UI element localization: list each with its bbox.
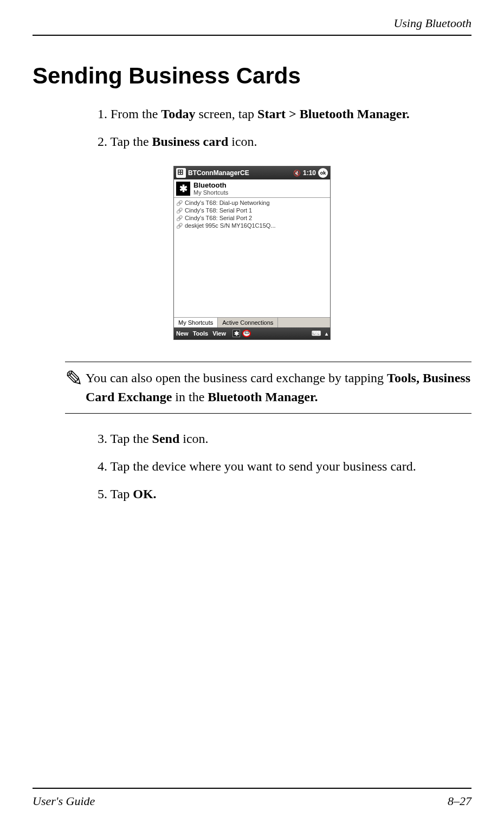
shortcut-list: Cindy's T68: Dial-up Networking Cindy's … <box>174 198 330 317</box>
step-number: 2. <box>98 134 107 149</box>
step-text: icon. <box>228 134 257 149</box>
shortcut-icon <box>176 207 183 214</box>
shortcut-label: Cindy's T68: Dial-up Networking <box>185 200 270 206</box>
step-text: Tap the device where you want to send yo… <box>111 459 416 473</box>
volume-icon[interactable] <box>293 169 301 177</box>
step-text: Tap the <box>111 432 152 446</box>
toolbar-icons: ✱ <box>232 330 251 337</box>
shortcut-icon <box>176 222 183 229</box>
section-heading: Sending Business Cards <box>33 63 471 89</box>
app-header: ✱ Bluetooth My Shortcuts <box>174 179 330 198</box>
list-item[interactable]: Cindy's T68: Serial Port 1 <box>176 207 328 214</box>
shortcut-label: Cindy's T68: Serial Port 2 <box>185 215 252 221</box>
embedded-screenshot: BTConnManagerCE 1:10 ok ✱ Bluetooth My S… <box>33 166 471 340</box>
list-item[interactable]: Cindy's T68: Serial Port 2 <box>176 214 328 222</box>
footer-right: 8–27 <box>448 794 471 808</box>
app-header-text: Bluetooth My Shortcuts <box>193 181 228 196</box>
list-item[interactable]: Cindy's T68: Dial-up Networking <box>176 199 328 207</box>
bluetooth-icon: ✱ <box>176 182 190 196</box>
step-number: 5. <box>98 487 107 501</box>
tab-active-connections[interactable]: Active Connections <box>218 318 278 327</box>
step-1: 1. From the Today screen, tap Start > Bl… <box>98 104 471 124</box>
step-number: 4. <box>98 459 107 473</box>
tab-row: My Shortcuts Active Connections <box>174 317 330 327</box>
step-3: 3. Tap the Send icon. <box>98 429 471 449</box>
tab-my-shortcuts[interactable]: My Shortcuts <box>174 317 218 327</box>
titlebar-app-name: BTConnManagerCE <box>188 169 291 177</box>
note-body: You can also open the business card exch… <box>86 369 471 407</box>
shortcut-label: deskjet 995c S/N MY16Q1C15Q... <box>185 222 276 229</box>
step-5: 5. Tap OK. <box>98 484 471 504</box>
titlebar-time: 1:10 <box>303 169 316 177</box>
app-subtitle: My Shortcuts <box>193 189 228 196</box>
step-bold: Start > Bluetooth Manager. <box>257 107 410 121</box>
step-bold: Business card <box>152 134 229 149</box>
steps-list-bottom: 3. Tap the Send icon. 4. Tap the device … <box>33 429 471 505</box>
step-text: icon. <box>179 432 208 446</box>
step-bold: OK. <box>133 487 156 501</box>
bottom-toolbar: New Tools View ✱ <box>174 327 330 339</box>
step-number: 1. <box>98 107 107 121</box>
menu-tools[interactable]: Tools <box>193 330 209 337</box>
menu-new[interactable]: New <box>176 330 189 337</box>
page-header: Using Bluetooth <box>33 16 471 36</box>
menu-view[interactable]: View <box>212 330 226 337</box>
step-2: 2. Tap the Business card icon. <box>98 132 471 152</box>
step-bold: Send <box>152 432 180 446</box>
shortcut-icon <box>176 215 183 221</box>
step-text: screen, tap <box>195 107 257 121</box>
footer-left: User's Guide <box>33 794 95 808</box>
steps-list-top: 1. From the Today screen, tap Start > Bl… <box>33 104 471 152</box>
bluetooth-small-icon[interactable]: ✱ <box>232 330 240 337</box>
ok-button[interactable]: ok <box>318 168 328 178</box>
note-bold: Bluetooth Manager. <box>208 390 318 404</box>
step-text: Tap the <box>111 134 152 149</box>
shortcut-icon <box>176 200 183 206</box>
pencil-icon: ✎ <box>65 369 83 407</box>
note-text: You can also open the business card exch… <box>86 371 387 385</box>
note-callout: ✎ You can also open the business card ex… <box>65 362 471 414</box>
chapter-title: Using Bluetooth <box>393 16 471 30</box>
app-title: Bluetooth <box>193 181 228 189</box>
step-bold: Today <box>161 107 195 121</box>
page-footer: User's Guide 8–27 <box>33 788 471 808</box>
keyboard-icon[interactable] <box>312 330 321 337</box>
window-titlebar: BTConnManagerCE 1:10 ok <box>174 166 330 179</box>
shortcut-label: Cindy's T68: Serial Port 1 <box>185 207 252 214</box>
device-screen: BTConnManagerCE 1:10 ok ✱ Bluetooth My S… <box>173 166 331 340</box>
note-text: in the <box>172 390 208 404</box>
step-text: From the <box>111 107 161 121</box>
step-text: Tap <box>111 487 133 501</box>
step-number: 3. <box>98 432 107 446</box>
list-item[interactable]: deskjet 995c S/N MY16Q1C15Q... <box>176 222 328 229</box>
business-card-icon[interactable] <box>242 330 251 337</box>
step-4: 4. Tap the device where you want to send… <box>98 456 471 477</box>
windows-logo-icon[interactable] <box>176 168 186 178</box>
up-arrow-icon[interactable] <box>325 330 328 337</box>
